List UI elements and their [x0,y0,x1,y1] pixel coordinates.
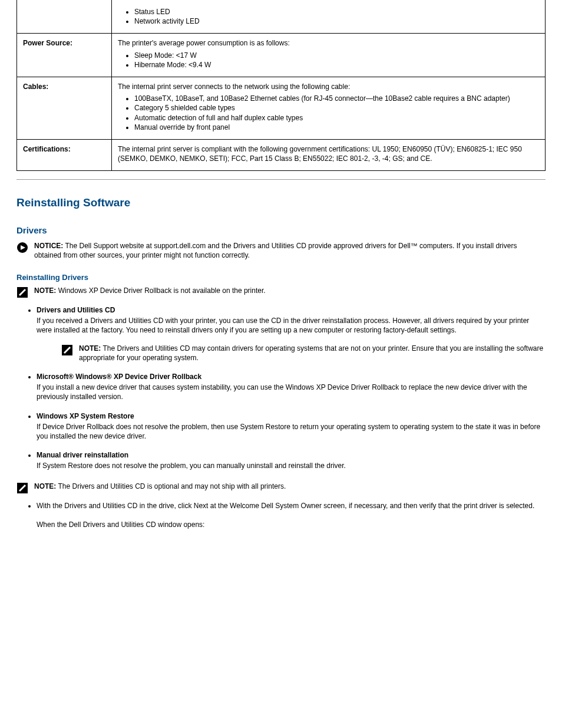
note-callout-inner: NOTE: The Drivers and Utilities CD may c… [61,344,546,363]
spec-key: Power Source: [17,34,112,77]
spec-value: Status LED Network activity LED [112,0,546,34]
spec-key: Certifications: [17,139,112,170]
list-item: Windows XP System Restore If Device Driv… [37,411,546,442]
note-text: The Drivers and Utilities CD is optional… [56,482,286,490]
step-title: Drivers and Utilities CD [37,306,115,314]
spec-value: The printer's average power consumption … [112,34,546,77]
spec-intro: The internal print server connects to th… [118,83,350,91]
spec-key [17,0,112,34]
table-row: Certifications: The internal print serve… [17,139,546,170]
spec-intro: The printer's average power consumption … [118,39,290,47]
step-title: Microsoft® Windows® XP Device Driver Rol… [37,373,201,381]
list-item: Status LED [134,7,539,17]
spec-table: Status LED Network activity LED Power So… [16,0,546,171]
spec-value: The internal print server is compliant w… [112,139,546,170]
note-lead: NOTE: [79,344,101,353]
step-text: If you received a Drivers and Utilities … [37,316,546,335]
instruction-line: When the Dell Drivers and Utilities CD w… [37,520,546,529]
list-item: With the Drivers and Utilities CD in the… [37,501,546,529]
note-text: The Drivers and Utilities CD may contain… [79,344,543,362]
step-text: If you install a new device driver that … [37,383,546,401]
step-text: With the Drivers and Utilities CD in the… [37,502,534,510]
subsubsection-heading: Reinstalling Drivers [16,272,546,283]
note-callout: NOTE: Windows XP Device Driver Rollback … [16,286,546,298]
table-row: Cables: The internal print server connec… [17,77,546,139]
final-steps-list: With the Drivers and Utilities CD in the… [16,501,546,529]
notice-callout: NOTICE: The Dell Support website at supp… [16,241,546,260]
list-item: Drivers and Utilities CD If you received… [37,305,546,363]
list-item: Microsoft® Windows® XP Device Driver Rol… [37,372,546,402]
note-icon [61,344,73,356]
note-lead: NOTE: [34,286,56,295]
step-title: Manual driver reinstallation [37,451,128,459]
notice-icon [16,242,28,253]
step-text: If Device Driver Rollback does not resol… [37,422,546,441]
list-item: Manual driver reinstallation If System R… [37,450,546,470]
list-item: 100BaseTX, 10BaseT, and 10Base2 Ethernet… [134,94,539,103]
steps-list: Drivers and Utilities CD If you received… [16,305,546,470]
list-item: Hibernate Mode: <9.4 W [134,60,539,70]
list-item: Category 5 shielded cable types [134,103,539,113]
list-item: Sleep Mode: <17 W [134,51,539,60]
list-item: Manual override by front panel [134,123,539,132]
table-row: Power Source: The printer's average powe… [17,34,546,77]
note-lead: NOTE: [34,482,56,490]
list-item: Automatic detection of full and half dup… [134,113,539,123]
section-heading: Reinstalling Software [16,195,546,210]
note-icon [16,482,28,494]
subsection-heading: Drivers [16,225,546,236]
step-title: Windows XP System Restore [37,412,134,420]
notice-lead: NOTICE: [34,242,63,250]
list-item: Network activity LED [134,17,539,26]
note-callout: NOTE: The Drivers and Utilities CD is op… [16,482,546,494]
horizontal-rule [16,179,546,180]
note-text: Windows XP Device Driver Rollback is not… [56,286,265,295]
table-row: Status LED Network activity LED [17,0,546,34]
notice-text: The Dell Support website at support.dell… [34,242,517,259]
note-icon [16,286,28,298]
spec-value: The internal print server connects to th… [112,77,546,139]
step-text: If System Restore does not resolve the p… [37,461,546,470]
spec-key: Cables: [17,77,112,139]
